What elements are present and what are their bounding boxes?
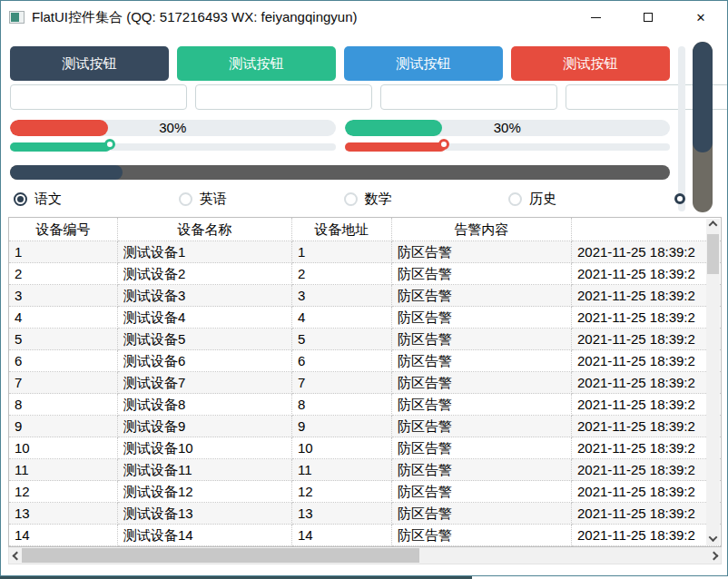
slider-green-handle[interactable]	[104, 139, 115, 150]
cell-device-name: 测试设备11	[118, 459, 292, 481]
table-row[interactable]: 11 测试设备11 11 防区告警 2021-11-25 18:39:2	[9, 459, 721, 481]
table-row[interactable]: 7 测试设备7 7 防区告警 2021-11-25 18:39:2	[9, 372, 721, 394]
table-row[interactable]: 8 测试设备8 8 防区告警 2021-11-25 18:39:2	[9, 394, 721, 416]
cell-device-name: 测试设备14	[118, 525, 292, 546]
cell-device-id: 7	[9, 372, 118, 394]
slider-green[interactable]	[10, 139, 336, 155]
table-row[interactable]: 3 测试设备3 3 防区告警 2021-11-25 18:39:2	[9, 285, 721, 307]
radio-history[interactable]: 历史	[505, 191, 670, 208]
column-header-device-address[interactable]: 设备地址	[292, 218, 392, 241]
cell-device-address: 1	[292, 241, 392, 263]
table-row[interactable]: 1 测试设备1 1 防区告警 2021-11-25 18:39:2	[9, 241, 721, 263]
cell-alarm-content: 防区告警	[392, 503, 572, 525]
horizontal-scrollbar-thumb[interactable]	[22, 548, 419, 563]
scroll-up-button[interactable]	[706, 219, 720, 233]
radio-math[interactable]: 数学	[340, 191, 506, 208]
chevron-left-icon	[12, 551, 21, 560]
cell-device-address: 12	[292, 481, 392, 503]
app-icon	[9, 11, 25, 24]
app-window: FlatUI控件集合 (QQ: 517216493 WX: feiyangqin…	[0, 0, 728, 576]
slider-row	[10, 139, 670, 155]
cell-device-address: 5	[292, 329, 392, 350]
progressbar-red: 30%	[10, 120, 336, 136]
table-row[interactable]: 4 测试设备4 4 防区告警 2021-11-25 18:39:2	[9, 307, 721, 329]
cell-alarm-time: 2021-11-25 18:39:2	[572, 437, 721, 459]
cell-device-name: 测试设备8	[118, 394, 292, 416]
chevron-right-icon	[709, 551, 718, 560]
radio-chinese[interactable]: 语文	[10, 191, 175, 208]
table-body: 1 测试设备1 1 防区告警 2021-11-25 18:39:2 2 测试设备…	[9, 241, 721, 546]
text-input-1[interactable]	[10, 84, 187, 110]
cell-device-address: 11	[292, 459, 392, 481]
table-row[interactable]: 5 测试设备5 5 防区告警 2021-11-25 18:39:2	[9, 329, 721, 350]
cell-alarm-time: 2021-11-25 18:39:2	[572, 285, 721, 307]
table-row[interactable]: 6 测试设备6 6 防区告警 2021-11-25 18:39:2	[9, 350, 721, 372]
cell-alarm-content: 防区告警	[392, 459, 572, 481]
vertical-slider-track[interactable]	[678, 46, 685, 211]
column-header-device-name[interactable]: 设备名称	[118, 218, 292, 241]
controls-panel: 测试按钮 测试按钮 测试按钮 测试按钮 30% 30%	[10, 46, 670, 211]
cell-alarm-content: 防区告警	[392, 263, 572, 285]
cell-device-name: 测试设备5	[118, 329, 292, 350]
text-input-2[interactable]	[195, 84, 372, 110]
progressbar-green-value: 30%	[345, 120, 671, 136]
text-input-3[interactable]	[380, 84, 557, 110]
chevron-down-icon	[709, 533, 718, 542]
column-header-alarm-time[interactable]	[572, 218, 721, 241]
table-row[interactable]: 13 测试设备13 13 防区告警 2021-11-25 18:39:2	[9, 503, 721, 525]
table-horizontal-scrollbar[interactable]	[8, 547, 722, 564]
radio-selected-icon	[14, 192, 27, 206]
cell-alarm-content: 防区告警	[392, 394, 572, 416]
cell-device-name: 测试设备3	[118, 285, 292, 307]
test-button-green[interactable]: 测试按钮	[177, 46, 336, 81]
test-button-red[interactable]: 测试按钮	[511, 46, 670, 81]
column-header-alarm-content[interactable]: 告警内容	[392, 218, 572, 241]
cell-device-address: 10	[292, 437, 392, 459]
cell-alarm-time: 2021-11-25 18:39:2	[572, 525, 721, 546]
cell-device-id: 6	[9, 350, 118, 372]
table-row[interactable]: 9 测试设备9 9 防区告警 2021-11-25 18:39:2	[9, 416, 721, 437]
vertical-slider-handle[interactable]	[674, 193, 685, 204]
radio-unselected-icon	[179, 192, 192, 206]
cell-device-id: 10	[9, 437, 118, 459]
close-button[interactable]: ✕	[674, 1, 727, 34]
table-vertical-scrollbar[interactable]	[706, 219, 720, 545]
maximize-icon	[644, 13, 653, 22]
cell-alarm-time: 2021-11-25 18:39:2	[572, 503, 721, 525]
test-button-blue[interactable]: 测试按钮	[344, 46, 503, 81]
test-button-dark[interactable]: 测试按钮	[10, 46, 169, 81]
cell-device-address: 6	[292, 350, 392, 372]
cell-alarm-content: 防区告警	[392, 285, 572, 307]
window-title: FlatUI控件集合 (QQ: 517216493 WX: feiyangqin…	[32, 9, 358, 26]
cell-alarm-content: 防区告警	[392, 525, 572, 546]
cell-device-id: 14	[9, 525, 118, 546]
progress-row: 30% 30%	[10, 120, 670, 136]
cell-alarm-time: 2021-11-25 18:39:2	[572, 372, 721, 394]
cell-alarm-content: 防区告警	[392, 241, 572, 263]
radio-label: 数学	[365, 191, 392, 208]
column-header-device-id[interactable]: 设备编号	[9, 218, 118, 241]
cell-device-address: 4	[292, 307, 392, 329]
device-table: 设备编号 设备名称 设备地址 告警内容 1 测试设备1 1 防区告警 2021-…	[8, 217, 722, 564]
cell-alarm-time: 2021-11-25 18:39:2	[572, 307, 721, 329]
window-controls: ✕	[569, 1, 727, 34]
vertical-scrollbar-thumb[interactable]	[707, 234, 719, 274]
cell-device-id: 12	[9, 481, 118, 503]
table-row[interactable]: 10 测试设备10 10 防区告警 2021-11-25 18:39:2	[9, 437, 721, 459]
slider-green-fill	[10, 142, 111, 152]
slider-red[interactable]	[345, 139, 671, 155]
scroll-down-button[interactable]	[706, 531, 720, 545]
table-row[interactable]: 14 测试设备14 14 防区告警 2021-11-25 18:39:2	[9, 525, 721, 546]
cell-device-address: 9	[292, 416, 392, 437]
table-row[interactable]: 2 测试设备2 2 防区告警 2021-11-25 18:39:2	[9, 263, 721, 285]
cell-device-address: 8	[292, 394, 392, 416]
radio-english[interactable]: 英语	[175, 191, 340, 208]
maximize-button[interactable]	[622, 1, 674, 34]
scroll-right-button[interactable]	[706, 547, 721, 564]
radio-label: 英语	[200, 191, 227, 208]
cell-device-name: 测试设备9	[118, 416, 292, 437]
minimize-button[interactable]	[569, 1, 622, 34]
table-row[interactable]: 12 测试设备12 12 防区告警 2021-11-25 18:39:2	[9, 481, 721, 503]
cell-device-name: 测试设备2	[118, 263, 292, 285]
cell-alarm-content: 防区告警	[392, 329, 572, 350]
